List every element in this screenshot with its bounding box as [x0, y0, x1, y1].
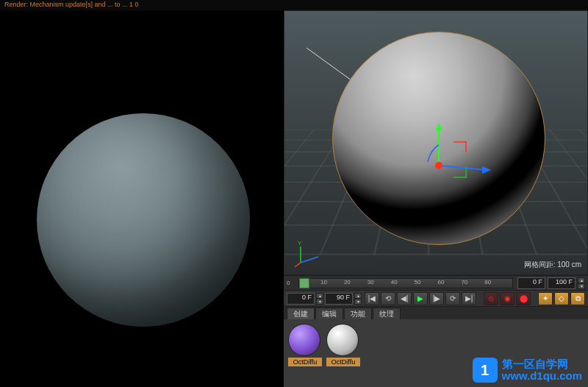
key-scale-button[interactable]: ⧉	[570, 292, 585, 305]
material-shelf[interactable]: OctDiffu OctDiffu 1 第一区自学网 www.d1qu.com	[284, 319, 588, 387]
timeline-track[interactable]: 10 20 30 40 50 60 70 80	[298, 278, 513, 288]
rendered-sphere	[37, 113, 250, 327]
step-forward-button[interactable]: |▶	[429, 292, 444, 305]
timeline-tick: 20	[344, 279, 351, 285]
frame-start-stepper[interactable]: ▴▾	[316, 293, 323, 305]
render-status-text: Render: Mechanism update[s] and ... to .…	[4, 1, 139, 8]
watermark-line1: 第一区自学网	[502, 358, 582, 370]
timeline-tick: 50	[415, 279, 421, 285]
watermark: 1 第一区自学网 www.d1qu.com	[473, 358, 582, 383]
grid-spacing-value: 100 cm	[557, 260, 581, 269]
viewport-sphere-object[interactable]	[332, 32, 545, 245]
key-rot-button[interactable]: ◇	[554, 292, 569, 305]
render-status-bar: Render: Mechanism update[s] and ... to .…	[0, 0, 588, 10]
tab-create[interactable]: 创建	[287, 308, 315, 319]
viewport-grid-info: 网格间距: 100 cm	[524, 260, 581, 270]
render-preview-panel[interactable]	[0, 10, 284, 387]
step-back-button[interactable]: ◀|	[397, 292, 412, 305]
tab-texture[interactable]: 纹理	[373, 308, 401, 319]
loop-back-button[interactable]: ⟲	[381, 292, 395, 305]
transport-bar: 0 F ▴▾ 90 F ▴▾ |◀ ⟲ ◀| ▶ |▶ ⟳ ▶| ⦸ ◉ ⬤ ✦…	[284, 290, 588, 306]
timeline-playhead[interactable]	[299, 278, 309, 288]
key-pos-button[interactable]: ✦	[538, 292, 553, 305]
tab-edit[interactable]: 编辑	[315, 308, 343, 319]
autokey-button[interactable]: ◉	[500, 292, 514, 305]
range-start-field[interactable]: 0 F	[517, 277, 545, 289]
material-preview-icon	[288, 324, 320, 356]
tab-function[interactable]: 功能	[344, 308, 372, 319]
3d-viewport[interactable]: Y 网格间距: 100 cm	[284, 10, 588, 275]
frame-end-stepper[interactable]: ▴▾	[354, 293, 362, 305]
material-slot[interactable]: OctDiffu	[288, 324, 322, 366]
svg-line-14	[295, 263, 301, 267]
timeline-tick: 60	[438, 279, 445, 285]
timeline-tick: 70	[461, 279, 467, 285]
loop-forward-button[interactable]: ⟳	[445, 292, 460, 305]
goto-start-button[interactable]: |◀	[365, 292, 379, 305]
material-slot[interactable]: OctDiffu	[326, 324, 360, 366]
material-label: OctDiffu	[288, 358, 322, 366]
timeline-start-tick: 0	[287, 280, 294, 286]
timeline-tick: 10	[320, 279, 327, 285]
material-label: OctDiffu	[326, 358, 360, 366]
frame-end-input[interactable]: 90 F	[325, 293, 353, 305]
range-stepper[interactable]: ▴▾	[578, 277, 585, 289]
timeline-tick: 30	[368, 279, 374, 285]
timeline-tick: 40	[391, 279, 398, 285]
frame-start-input[interactable]: 0 F	[287, 293, 315, 305]
play-button[interactable]: ▶	[413, 292, 428, 305]
record-button[interactable]: ⦸	[484, 292, 498, 305]
svg-line-13	[301, 257, 318, 263]
timeline-tick: 80	[484, 279, 491, 285]
keyframe-button[interactable]: ⬤	[516, 292, 531, 305]
range-end-field[interactable]: 100 F	[548, 277, 576, 289]
watermark-line2: www.d1qu.com	[502, 370, 582, 382]
grid-spacing-label: 网格间距:	[524, 260, 556, 269]
material-preview-icon	[326, 324, 359, 356]
material-tabs: 创建 编辑 功能 纹理	[284, 306, 588, 319]
watermark-badge-icon: 1	[473, 358, 498, 383]
timeline-ruler[interactable]: 0 10 20 30 40 50 60 70 80 0 F 100 F ▴▾	[284, 275, 588, 290]
goto-end-button[interactable]: ▶|	[462, 292, 476, 305]
editor-panel: Y 网格间距: 100 cm 0 10 20 30 40 50 60 70 80	[284, 10, 588, 387]
